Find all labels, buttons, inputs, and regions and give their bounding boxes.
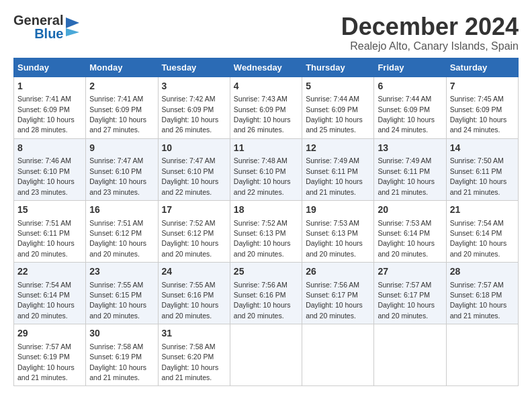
day-number: 15: [17, 203, 82, 217]
day-number: 21: [450, 203, 515, 217]
calendar-week-row: 22 Sunrise: 7:54 AMSunset: 6:14 PMDaylig…: [14, 263, 519, 324]
day-number: 6: [378, 80, 442, 93]
col-header-friday: Friday: [374, 58, 446, 77]
day-number: 14: [450, 142, 515, 155]
day-number: 18: [234, 203, 298, 217]
svg-marker-0: [66, 17, 79, 28]
day-info: Sunrise: 7:47 AMSunset: 6:10 PMDaylight:…: [162, 156, 219, 195]
day-info: Sunrise: 7:57 AMSunset: 6:17 PMDaylight:…: [378, 281, 435, 320]
calendar-cell: 9 Sunrise: 7:47 AMSunset: 6:10 PMDayligh…: [86, 138, 158, 200]
day-number: 22: [17, 265, 82, 279]
calendar-cell: 5 Sunrise: 7:44 AMSunset: 6:09 PMDayligh…: [302, 77, 374, 138]
calendar-cell: 30 Sunrise: 7:58 AMSunset: 6:19 PMDaylig…: [86, 324, 158, 386]
day-info: Sunrise: 7:51 AMSunset: 6:11 PMDaylight:…: [17, 219, 75, 258]
location-title: Realejo Alto, Canary Islands, Spain: [341, 40, 519, 52]
day-info: Sunrise: 7:56 AMSunset: 6:16 PMDaylight:…: [234, 281, 291, 320]
day-info: Sunrise: 7:49 AMSunset: 6:11 PMDaylight:…: [378, 156, 435, 195]
calendar-header-row: SundayMondayTuesdayWednesdayThursdayFrid…: [14, 58, 519, 77]
calendar-cell: 7 Sunrise: 7:45 AMSunset: 6:09 PMDayligh…: [446, 77, 518, 138]
day-info: Sunrise: 7:49 AMSunset: 6:11 PMDaylight:…: [306, 156, 363, 195]
page-header: General Blue December 2024 Realejo Alto,…: [13, 13, 519, 52]
calendar-cell: 14 Sunrise: 7:50 AMSunset: 6:11 PMDaylig…: [446, 138, 518, 200]
calendar-cell: 4 Sunrise: 7:43 AMSunset: 6:09 PMDayligh…: [230, 77, 302, 138]
day-info: Sunrise: 7:55 AMSunset: 6:16 PMDaylight:…: [162, 281, 219, 320]
calendar-week-row: 15 Sunrise: 7:51 AMSunset: 6:11 PMDaylig…: [14, 200, 519, 262]
day-number: 30: [89, 327, 154, 340]
day-number: 19: [306, 203, 370, 217]
calendar-cell: [446, 324, 518, 386]
calendar-cell: 6 Sunrise: 7:44 AMSunset: 6:09 PMDayligh…: [374, 77, 446, 138]
day-info: Sunrise: 7:54 AMSunset: 6:14 PMDaylight:…: [450, 219, 507, 258]
day-info: Sunrise: 7:42 AMSunset: 6:09 PMDaylight:…: [162, 95, 219, 134]
calendar-cell: 17 Sunrise: 7:52 AMSunset: 6:12 PMDaylig…: [158, 200, 230, 262]
calendar-cell: 8 Sunrise: 7:46 AMSunset: 6:10 PMDayligh…: [14, 138, 86, 200]
day-info: Sunrise: 7:48 AMSunset: 6:10 PMDaylight:…: [234, 156, 291, 195]
day-number: 4: [234, 80, 298, 93]
calendar-cell: 3 Sunrise: 7:42 AMSunset: 6:09 PMDayligh…: [158, 77, 230, 138]
calendar-cell: 11 Sunrise: 7:48 AMSunset: 6:10 PMDaylig…: [230, 138, 302, 200]
day-number: 27: [378, 265, 442, 279]
col-header-sunday: Sunday: [14, 58, 86, 77]
day-info: Sunrise: 7:47 AMSunset: 6:10 PMDaylight:…: [89, 156, 146, 195]
day-number: 8: [17, 142, 82, 155]
logo-flag-icon: [66, 17, 81, 36]
calendar-cell: 19 Sunrise: 7:53 AMSunset: 6:13 PMDaylig…: [302, 200, 374, 262]
calendar-table: SundayMondayTuesdayWednesdayThursdayFrid…: [13, 58, 519, 387]
calendar-cell: 25 Sunrise: 7:56 AMSunset: 6:16 PMDaylig…: [230, 263, 302, 324]
day-info: Sunrise: 7:43 AMSunset: 6:09 PMDaylight:…: [234, 95, 291, 134]
day-info: Sunrise: 7:58 AMSunset: 6:19 PMDaylight:…: [89, 342, 146, 381]
title-block: December 2024 Realejo Alto, Canary Islan…: [341, 13, 519, 52]
day-number: 20: [378, 203, 442, 217]
day-number: 29: [17, 327, 82, 340]
day-number: 25: [234, 265, 298, 279]
logo: General Blue: [13, 13, 81, 40]
day-number: 24: [162, 265, 226, 279]
col-header-tuesday: Tuesday: [158, 58, 230, 77]
calendar-cell: [230, 324, 302, 386]
day-info: Sunrise: 7:54 AMSunset: 6:14 PMDaylight:…: [17, 281, 75, 320]
day-info: Sunrise: 7:44 AMSunset: 6:09 PMDaylight:…: [306, 95, 363, 134]
calendar-cell: 31 Sunrise: 7:58 AMSunset: 6:20 PMDaylig…: [158, 324, 230, 386]
day-number: 17: [162, 203, 226, 217]
day-number: 13: [378, 142, 442, 155]
calendar-cell: [302, 324, 374, 386]
day-number: 31: [162, 327, 226, 340]
calendar-cell: 15 Sunrise: 7:51 AMSunset: 6:11 PMDaylig…: [14, 200, 86, 262]
calendar-cell: 27 Sunrise: 7:57 AMSunset: 6:17 PMDaylig…: [374, 263, 446, 324]
day-number: 2: [89, 80, 154, 93]
day-info: Sunrise: 7:50 AMSunset: 6:11 PMDaylight:…: [450, 156, 507, 195]
day-info: Sunrise: 7:55 AMSunset: 6:15 PMDaylight:…: [89, 281, 146, 320]
day-info: Sunrise: 7:52 AMSunset: 6:12 PMDaylight:…: [162, 219, 219, 258]
day-info: Sunrise: 7:58 AMSunset: 6:20 PMDaylight:…: [162, 342, 219, 381]
day-number: 23: [89, 265, 154, 279]
calendar-cell: 28 Sunrise: 7:57 AMSunset: 6:18 PMDaylig…: [446, 263, 518, 324]
calendar-cell: 12 Sunrise: 7:49 AMSunset: 6:11 PMDaylig…: [302, 138, 374, 200]
day-info: Sunrise: 7:57 AMSunset: 6:18 PMDaylight:…: [450, 281, 507, 320]
calendar-cell: 18 Sunrise: 7:52 AMSunset: 6:13 PMDaylig…: [230, 200, 302, 262]
col-header-wednesday: Wednesday: [230, 58, 302, 77]
calendar-cell: 13 Sunrise: 7:49 AMSunset: 6:11 PMDaylig…: [374, 138, 446, 200]
svg-marker-1: [66, 28, 79, 36]
calendar-cell: 10 Sunrise: 7:47 AMSunset: 6:10 PMDaylig…: [158, 138, 230, 200]
calendar-cell: 20 Sunrise: 7:53 AMSunset: 6:14 PMDaylig…: [374, 200, 446, 262]
day-number: 9: [89, 142, 154, 155]
calendar-week-row: 1 Sunrise: 7:41 AMSunset: 6:09 PMDayligh…: [14, 77, 519, 138]
day-number: 28: [450, 265, 515, 279]
day-number: 7: [450, 80, 515, 93]
day-info: Sunrise: 7:41 AMSunset: 6:09 PMDaylight:…: [17, 95, 75, 134]
day-info: Sunrise: 7:44 AMSunset: 6:09 PMDaylight:…: [378, 95, 435, 134]
day-info: Sunrise: 7:53 AMSunset: 6:13 PMDaylight:…: [306, 219, 363, 258]
day-info: Sunrise: 7:57 AMSunset: 6:19 PMDaylight:…: [17, 342, 75, 381]
calendar-cell: 21 Sunrise: 7:54 AMSunset: 6:14 PMDaylig…: [446, 200, 518, 262]
calendar-cell: 16 Sunrise: 7:51 AMSunset: 6:12 PMDaylig…: [86, 200, 158, 262]
day-info: Sunrise: 7:41 AMSunset: 6:09 PMDaylight:…: [89, 95, 146, 134]
day-info: Sunrise: 7:45 AMSunset: 6:09 PMDaylight:…: [450, 95, 507, 134]
calendar-cell: 24 Sunrise: 7:55 AMSunset: 6:16 PMDaylig…: [158, 263, 230, 324]
calendar-cell: 2 Sunrise: 7:41 AMSunset: 6:09 PMDayligh…: [86, 77, 158, 138]
day-number: 5: [306, 80, 370, 93]
calendar-cell: [374, 324, 446, 386]
calendar-cell: 1 Sunrise: 7:41 AMSunset: 6:09 PMDayligh…: [14, 77, 86, 138]
col-header-monday: Monday: [86, 58, 158, 77]
day-number: 26: [306, 265, 370, 279]
day-info: Sunrise: 7:46 AMSunset: 6:10 PMDaylight:…: [17, 156, 75, 195]
